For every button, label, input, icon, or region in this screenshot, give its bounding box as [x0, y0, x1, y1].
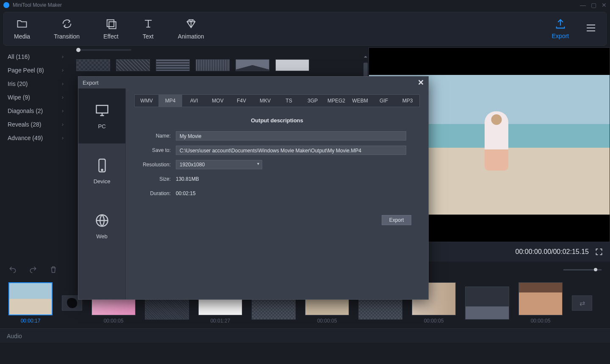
transition-button[interactable]: Transition	[54, 18, 80, 40]
app-title: MiniTool Movie Maker	[13, 2, 62, 8]
transition-thumb[interactable]	[275, 59, 309, 71]
timeline-clip[interactable]	[465, 287, 509, 320]
app-logo-icon	[3, 2, 9, 8]
export-target-device[interactable]: Device	[78, 143, 125, 199]
transition-thumb[interactable]	[156, 59, 190, 71]
diamond-icon	[185, 18, 197, 30]
format-tab-mkv[interactable]: MKV	[253, 95, 277, 107]
dialog-title-text: Export	[83, 80, 99, 86]
chevron-right-icon: ›	[62, 67, 64, 73]
sidebar-item-label: Reveals (28)	[8, 121, 41, 128]
format-tab-webm[interactable]: WEBM	[348, 95, 372, 107]
format-tab-mov[interactable]: MOV	[206, 95, 230, 107]
clip-time: 00:00:05	[317, 318, 337, 324]
format-tab-mp4[interactable]: MP4	[158, 95, 182, 107]
text-icon	[142, 18, 154, 30]
target-label: PC	[98, 123, 105, 130]
name-input[interactable]: My Movie	[176, 131, 406, 141]
dialog-close-button[interactable]: ✕	[418, 78, 424, 87]
chevron-right-icon: ›	[62, 108, 64, 114]
animation-label: Animation	[178, 33, 204, 40]
export-target-sidebar: PC Device Web	[78, 88, 126, 299]
folder-icon	[16, 18, 28, 30]
resolution-select[interactable]: 1920x1080	[176, 160, 262, 169]
sidebar-item-diagonals[interactable]: Diagonals (2)›	[0, 104, 71, 118]
saveto-input[interactable]: C:\Users\user account\Documents\Windows …	[176, 146, 406, 155]
clip-time: 00:00:05	[424, 318, 444, 324]
clip-time: 00:00:17	[21, 318, 41, 324]
chevron-right-icon: ›	[62, 54, 64, 60]
hamburger-icon	[586, 24, 596, 32]
timeline-zoom-slider[interactable]	[563, 269, 602, 270]
sidebar-item-pagepeel[interactable]: Page Peel (8)›	[0, 63, 71, 77]
close-window-button[interactable]: ✕	[602, 2, 607, 8]
text-label: Text	[143, 33, 154, 40]
transition-icon	[61, 18, 73, 30]
format-tabs: WMV MP4 AVI MOV F4V MKV TS 3GP MPEG2 WEB…	[134, 94, 420, 107]
sidebar-item-label: All (116)	[8, 53, 30, 60]
format-tab-3gp[interactable]: 3GP	[301, 95, 324, 107]
fullscreen-icon[interactable]	[595, 248, 603, 256]
export-button[interactable]: Export	[552, 18, 569, 39]
monitor-icon	[94, 103, 110, 118]
size-value: 130.81MB	[176, 174, 199, 184]
effect-label: Effect	[103, 33, 119, 40]
transition-chip[interactable]	[572, 295, 592, 311]
name-label: Name:	[134, 133, 171, 139]
sidebar-item-iris[interactable]: Iris (20)›	[0, 77, 71, 91]
sidebar-item-wipe[interactable]: Wipe (9)›	[0, 91, 71, 104]
section-title: Output descriptions	[134, 117, 420, 124]
sidebar-item-advance[interactable]: Advance (49)›	[0, 131, 71, 145]
format-tab-mpeg2[interactable]: MPEG2	[324, 95, 348, 107]
transition-label: Transition	[54, 33, 80, 40]
text-button[interactable]: Text	[142, 18, 154, 40]
sidebar-item-label: Iris (20)	[8, 80, 28, 87]
resolution-label: Resolustion:	[134, 162, 171, 168]
animation-button[interactable]: Animation	[178, 18, 204, 40]
export-target-pc[interactable]: PC	[78, 88, 125, 143]
dialog-titlebar: Export ✕	[78, 77, 428, 88]
menu-button[interactable]	[586, 24, 596, 33]
main-toolbar: Media Transition Effect Text Animation E…	[3, 12, 607, 46]
sidebar-item-reveals[interactable]: Reveals (28)›	[0, 118, 71, 131]
format-tab-ts[interactable]: TS	[277, 95, 301, 107]
sidebar-item-all[interactable]: All (116)›	[0, 50, 71, 63]
chevron-right-icon: ›	[62, 81, 64, 87]
dialog-export-button[interactable]: Export	[382, 215, 411, 225]
export-target-web[interactable]: Web	[78, 199, 125, 254]
format-tab-avi[interactable]: AVI	[182, 95, 206, 107]
transition-thumb[interactable]	[76, 59, 110, 71]
redo-button[interactable]	[29, 265, 37, 274]
maximize-button[interactable]: ▢	[591, 2, 596, 8]
duration-label: Duration:	[134, 190, 171, 196]
effect-button[interactable]: Effect	[103, 18, 119, 40]
format-tab-gif[interactable]: GIF	[372, 95, 396, 107]
sidebar-item-label: Advance (49)	[8, 135, 43, 141]
thumb-size-slider[interactable]	[76, 49, 131, 51]
minimize-button[interactable]: —	[580, 2, 586, 8]
sidebar-item-label: Diagonals (2)	[8, 108, 43, 114]
media-button[interactable]: Media	[14, 18, 30, 40]
transition-thumb[interactable]	[116, 59, 150, 71]
svg-rect-1	[109, 22, 116, 28]
format-tab-wmv[interactable]: WMV	[135, 95, 158, 107]
chevron-right-icon: ›	[62, 94, 64, 100]
undo-button[interactable]	[8, 265, 17, 274]
saveto-label: Save to:	[134, 147, 171, 153]
audio-track-label: Audio	[0, 328, 610, 343]
size-label: Size:	[134, 176, 171, 182]
export-dialog: Export ✕ PC Device Web WMV MP4 AVI MOV	[78, 76, 429, 300]
globe-icon	[94, 213, 110, 228]
timeline-clip[interactable]: 00:00:05	[518, 282, 563, 324]
export-icon	[555, 18, 566, 30]
media-label: Media	[14, 33, 30, 40]
format-tab-f4v[interactable]: F4V	[230, 95, 253, 107]
clip-thumbnail	[8, 282, 53, 315]
target-label: Web	[96, 233, 108, 240]
timeline-clip[interactable]: 00:00:17	[8, 282, 53, 324]
delete-button[interactable]	[49, 265, 58, 274]
transition-thumb[interactable]	[196, 59, 230, 71]
transition-thumb[interactable]	[236, 59, 269, 71]
chevron-right-icon: ›	[62, 121, 64, 127]
format-tab-mp3[interactable]: MP3	[396, 95, 419, 107]
